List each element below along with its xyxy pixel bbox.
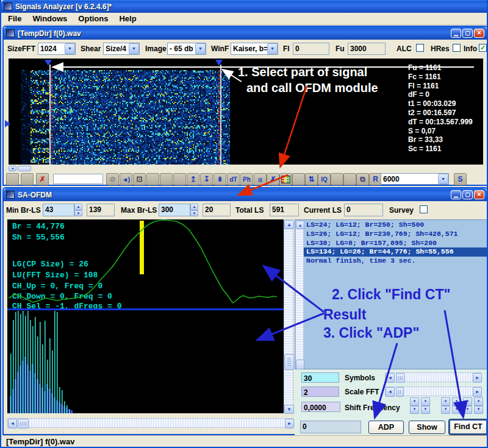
sizefft-dropdown[interactable]: 1024▼ — [38, 43, 76, 55]
menu-item-help[interactable]: Help — [113, 13, 142, 24]
selection-line-left[interactable] — [49, 65, 51, 165]
shift-spinner-5[interactable]: ▲▼ — [463, 397, 472, 414]
panel-vscrollbar[interactable]: ▴ ▾ — [284, 219, 293, 413]
show-button[interactable]: Show — [409, 421, 445, 434]
result-row-0[interactable]: LS=24; LG=12; Br=250; Sh=500 — [304, 221, 487, 230]
scroll-left-icon[interactable]: ◂ — [8, 419, 17, 428]
result-row-1[interactable]: LS=26; LG=12; Br=230,769; Sh=428,571 — [304, 230, 487, 239]
delete-selection-button[interactable]: ✗ — [36, 173, 49, 185]
chevron-down-icon[interactable]: ▼ — [65, 43, 75, 54]
selection-line-right[interactable] — [220, 65, 221, 165]
marker-bottom-button[interactable]: ↧ — [200, 173, 213, 185]
adp-button[interactable]: ADP — [368, 421, 404, 434]
menu-item-file[interactable]: File — [2, 13, 27, 24]
fu-field[interactable]: 3000 — [348, 43, 386, 55]
shift-spinner-4[interactable]: ▲▼ — [452, 397, 461, 414]
listbox-scrollbar[interactable]: ▴ — [295, 220, 304, 369]
comb-button[interactable]: ||| — [254, 173, 267, 185]
chevron-down-icon[interactable]: ▼ — [267, 43, 278, 54]
scroll-right-icon[interactable]: ▸ — [285, 419, 294, 428]
tool-blank-6[interactable] — [292, 173, 305, 185]
scroll-left-icon[interactable]: ◂ — [386, 387, 395, 397]
image-dropdown[interactable]: - 65 db▼ — [167, 43, 206, 55]
scale-fft-scrollbar[interactable]: ◂ ▸ — [385, 386, 481, 396]
shift-frequency-field[interactable]: 0,0000 — [301, 402, 340, 412]
scroll-left-icon[interactable]: ◂ — [386, 373, 395, 383]
find-ct-button[interactable]: Find CT — [449, 419, 487, 435]
shift-spinner-2[interactable]: ▲▼ — [421, 397, 430, 414]
minimize-button[interactable]: ▁ — [451, 190, 461, 199]
scroll-thumb[interactable] — [284, 354, 294, 370]
alc-checkbox[interactable] — [416, 44, 424, 52]
minimize-button[interactable]: ▁ — [451, 29, 461, 38]
copy-button[interactable]: ⧉ — [356, 173, 369, 185]
symbols-field[interactable]: 30 — [301, 372, 339, 383]
ofdm-module-button[interactable] — [279, 173, 292, 185]
min-br-ls-field2[interactable]: 139 — [87, 204, 115, 216]
tool-blank-2[interactable] — [21, 173, 34, 185]
maximize-button[interactable]: ▢ — [462, 190, 473, 199]
tool-blank-3[interactable] — [146, 173, 159, 185]
tool-blank-5[interactable] — [173, 173, 186, 185]
scroll-left-icon[interactable]: ◂ — [9, 166, 16, 171]
symbols-scrollbar[interactable]: ◂ ▸ — [385, 372, 481, 382]
ofdm-titlebar[interactable]: SA-OFDM ▁ ▢ ✕ — [4, 188, 487, 201]
wav-titlebar[interactable]: [TempDir] f(0).wav ▁ ▢ ✕ — [4, 27, 487, 40]
scroll-down-icon[interactable]: ▾ — [284, 405, 294, 414]
scroll-thumb[interactable] — [18, 419, 29, 428]
hres-checkbox[interactable] — [453, 44, 461, 52]
scroll-thumb[interactable] — [396, 387, 404, 397]
ph-button[interactable]: Ph — [240, 173, 253, 185]
delta-t-button[interactable]: dT — [227, 173, 240, 185]
min-br-ls-spinner[interactable]: ▲▼ — [74, 204, 82, 216]
scroll-right-icon[interactable]: ▸ — [473, 373, 482, 383]
swap-button[interactable]: ✗ — [267, 173, 279, 185]
iq-button[interactable]: IQ — [318, 173, 331, 185]
tool-blank-7[interactable] — [331, 173, 343, 185]
max-br-ls-field[interactable]: 300 — [159, 204, 190, 216]
shift-spinner-1[interactable]: ▲▼ — [410, 397, 419, 414]
chevron-down-icon[interactable]: ▼ — [195, 43, 206, 54]
min-br-ls-field[interactable]: 43 — [43, 204, 74, 216]
position-field[interactable] — [53, 174, 103, 184]
chevron-down-icon[interactable]: ▼ — [129, 43, 139, 54]
scale-fft-field[interactable]: 2 — [301, 386, 339, 397]
max-br-ls-spinner[interactable]: ▲▼ — [190, 204, 198, 216]
stop-button[interactable]: ⊡ — [133, 173, 146, 185]
ofdm-analysis-panel[interactable]: Br = 44,776 Sh = 55,556 LG(CP Size) = 26… — [7, 219, 284, 413]
scroll-right-icon[interactable]: ▸ — [473, 387, 482, 397]
shear-dropdown[interactable]: Size/4▼ — [103, 43, 140, 55]
scroll-thumb[interactable] — [18, 166, 31, 171]
max-br-ls-field2[interactable]: 20 — [203, 204, 231, 216]
status-field[interactable]: 0 — [300, 421, 361, 433]
r-button[interactable]: R — [369, 173, 382, 185]
menu-item-options[interactable]: Options — [73, 13, 113, 24]
s-button[interactable]: S — [454, 173, 467, 185]
shift-spinner-3[interactable]: ▲▼ — [441, 397, 450, 414]
shift-spinner-6[interactable]: ▲▼ — [474, 397, 483, 414]
panel-hscrollbar[interactable]: ◂ ▸ — [7, 418, 293, 428]
cursor-bar[interactable] — [140, 221, 144, 274]
updown-button[interactable]: ⇅ — [305, 173, 318, 185]
fl-field[interactable]: 0 — [293, 43, 329, 55]
chevron-down-icon[interactable]: ▼ — [438, 174, 448, 184]
info-checkbox[interactable]: ✓ — [479, 44, 487, 52]
samplerate-dropdown[interactable]: 6000▼ — [381, 173, 449, 185]
tool-blank-8[interactable] — [343, 173, 356, 185]
close-button[interactable]: ✕ — [474, 190, 484, 199]
tool-blank-1[interactable] — [6, 173, 19, 185]
result-row-3[interactable]: LS=134; LG=26; Br=44,776; Sh=55,556 — [304, 247, 487, 257]
tool-blank-4[interactable] — [160, 173, 173, 185]
result-row-4[interactable]: Normal finish, time 3 sec. — [304, 257, 487, 266]
winf-dropdown[interactable]: Kaiser, b=8▼ — [231, 43, 278, 55]
marker-top-button[interactable]: ↥ — [187, 173, 199, 185]
close-button[interactable]: ✕ — [474, 29, 484, 38]
play-sound-button[interactable]: ◄) — [120, 173, 132, 185]
result-row-2[interactable]: LS=38; LG=8; Br=157,895; Sh=200 — [304, 239, 487, 248]
scroll-thumb[interactable] — [396, 373, 405, 383]
scroll-up-icon[interactable]: ▴ — [296, 221, 304, 229]
scroll-up-icon[interactable]: ▴ — [284, 220, 294, 229]
marker-both-button[interactable]: ⇟ — [214, 173, 226, 185]
survey-checkbox[interactable] — [420, 205, 428, 213]
maximize-button[interactable]: ▢ — [462, 29, 473, 38]
